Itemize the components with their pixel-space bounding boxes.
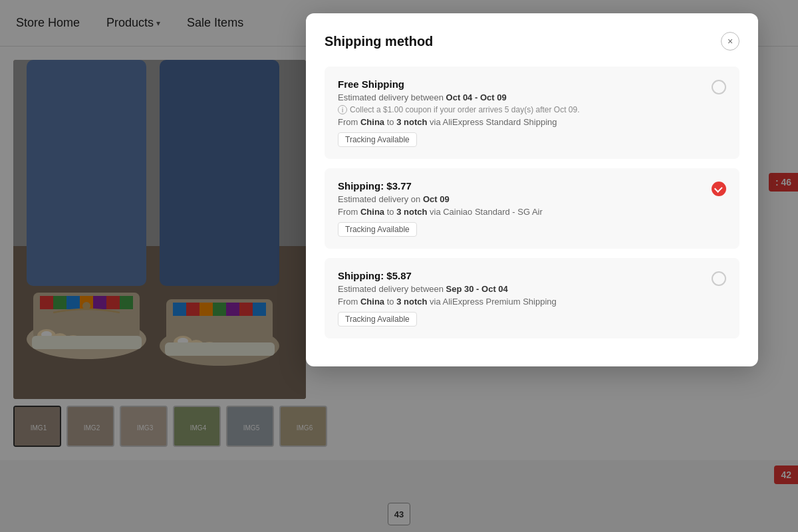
option-2-radio[interactable] [712,182,726,196]
shipping-modal: Shipping method × Free Shipping Estimate… [306,13,758,366]
option-1-radio[interactable] [712,80,726,94]
option-2-content: Shipping: $3.77 Estimated delivery on Oc… [338,180,712,237]
option-3-title: Shipping: $5.87 [338,270,701,281]
option-3-from: From China to 3 notch via AliExpress Pre… [338,297,701,307]
option-1-delivery: Estimated delivery between Oct 04 - Oct … [338,92,701,102]
option-3-content: Shipping: $5.87 Estimated delivery betwe… [338,270,712,327]
option-2-tracking: Tracking Available [338,222,417,237]
option-1-title: Free Shipping [338,78,701,90]
option-3-tracking: Tracking Available [338,312,417,327]
shipping-option-1[interactable]: Free Shipping Estimated delivery between… [325,66,739,159]
option-2-delivery: Estimated delivery on Oct 09 [338,194,701,204]
modal-header: Shipping method × [325,32,739,51]
option-1-tracking: Tracking Available [338,132,417,147]
option-2-title: Shipping: $3.77 [338,180,701,192]
close-button[interactable]: × [721,32,739,51]
info-icon-1: i [338,105,347,114]
option-2-from: From China to 3 notch via Cainiao Standa… [338,207,701,217]
shipping-option-3[interactable]: Shipping: $5.87 Estimated delivery betwe… [325,258,739,338]
shipping-option-2[interactable]: Shipping: $3.77 Estimated delivery on Oc… [325,168,739,249]
option-3-delivery: Estimated delivery between Sep 30 - Oct … [338,284,701,294]
modal-title: Shipping method [325,34,433,49]
option-1-from: From China to 3 notch via AliExpress Sta… [338,117,701,127]
option-3-radio[interactable] [712,271,726,286]
option-1-content: Free Shipping Estimated delivery between… [338,78,712,147]
option-1-coupon: i Collect a $1.00 coupon if your order a… [338,105,701,114]
